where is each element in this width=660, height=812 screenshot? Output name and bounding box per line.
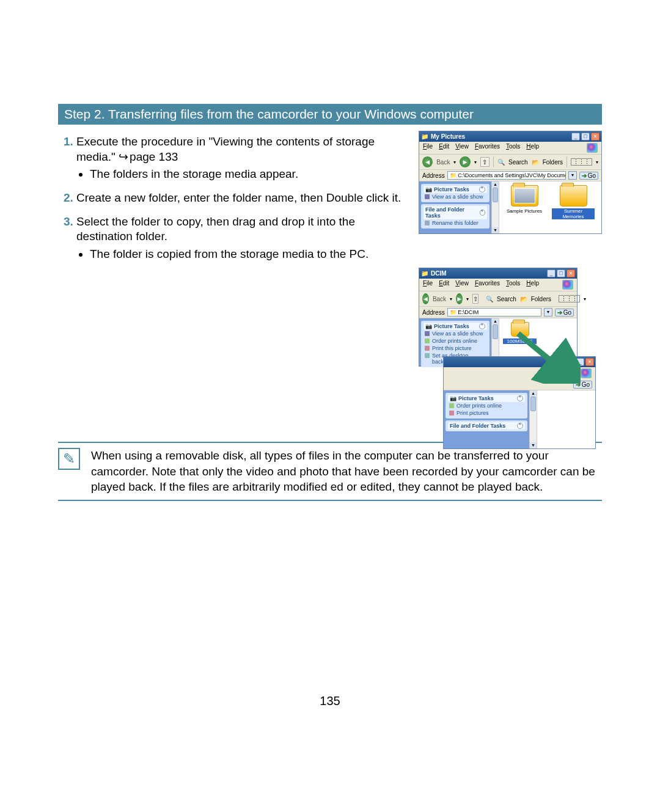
- search-icon: [497, 159, 505, 166]
- back-label: Back: [436, 159, 450, 166]
- file-folder-tasks-header[interactable]: File and Folder Tasks ˄: [448, 422, 525, 430]
- collapse-icon[interactable]: ˄: [479, 323, 485, 329]
- title-bar[interactable]: 📁 My Pictures _ □ ×: [419, 131, 601, 142]
- picture-tasks-header[interactable]: 📷Picture Tasks ˄: [424, 186, 487, 193]
- minimize-button[interactable]: _: [571, 133, 580, 141]
- rename-folder-link[interactable]: Rename this folder: [424, 219, 487, 227]
- search-button[interactable]: Search: [508, 159, 528, 166]
- address-input[interactable]: 📁 E:\DCIM: [447, 308, 541, 316]
- address-bar: Address 📁 C:\Documents and Settings\JVC\…: [419, 170, 601, 181]
- picture-tasks-header[interactable]: 📷Picture Tasks ˄: [424, 323, 487, 330]
- menu-favorites[interactable]: Favorites: [475, 280, 500, 290]
- folders-icon: [532, 159, 539, 166]
- tasks-side-panel: 📷Picture Tasks ˄ View as a slide show Fi…: [419, 181, 491, 233]
- search-button[interactable]: Search: [497, 296, 516, 302]
- window-title: DCIM: [431, 270, 544, 277]
- collapse-icon[interactable]: ˄: [517, 423, 523, 429]
- go-arrow-icon: ➔: [582, 172, 587, 179]
- minimize-button[interactable]: _: [576, 358, 584, 366]
- maximize-button[interactable]: □: [557, 269, 565, 277]
- minimize-button[interactable]: _: [547, 269, 556, 277]
- go-button[interactable]: ➔ Go: [573, 381, 592, 389]
- views-button[interactable]: ⋮⋮⋮: [559, 295, 580, 302]
- folders-button[interactable]: Folders: [543, 159, 563, 166]
- menu-edit[interactable]: Edit: [439, 143, 449, 153]
- up-button[interactable]: ⇧: [472, 294, 479, 304]
- menu-view[interactable]: View: [455, 280, 469, 290]
- up-button[interactable]: ⇧: [480, 157, 490, 167]
- menu-help[interactable]: Help: [526, 143, 539, 153]
- menu-view[interactable]: View: [455, 143, 469, 153]
- folder-icon: 📁: [421, 133, 428, 140]
- collapse-icon[interactable]: ˄: [517, 395, 523, 401]
- step-1: Execute the procedure in "Viewing the co…: [76, 134, 406, 182]
- toolbar: ◄ Back ▾ ► ▾ ⇧ Search Folders ⋮⋮⋮ ▾: [419, 154, 601, 170]
- step-2-text: Create a new folder, enter the folder na…: [76, 191, 401, 204]
- menu-favorites[interactable]: Favorites: [475, 143, 500, 153]
- folder-content-area[interactable]: ▲▼: [529, 390, 595, 448]
- folders-button[interactable]: Folders: [531, 296, 551, 302]
- forward-button[interactable]: ►: [460, 156, 470, 167]
- close-button[interactable]: ×: [566, 269, 575, 277]
- menu-edit[interactable]: Edit: [439, 280, 449, 290]
- title-bar[interactable]: 📁 DCIM _ □ ×: [419, 268, 577, 279]
- title-bar[interactable]: _ ×: [444, 357, 595, 367]
- print-pictures-link[interactable]: Print pictures: [448, 409, 525, 417]
- menu-file[interactable]: File: [423, 143, 433, 153]
- folder-icon: 📁: [421, 270, 428, 277]
- step-1-bullet-1: The folders in the storage media appear.: [90, 167, 406, 182]
- page-number: 135: [0, 694, 660, 708]
- picture-tasks-header[interactable]: 📷Picture Tasks ˄: [448, 395, 525, 402]
- menu-file[interactable]: File: [423, 280, 433, 290]
- address-dropdown[interactable]: ▾: [568, 171, 577, 180]
- back-button[interactable]: ◄: [422, 156, 433, 167]
- note-text: When using a removable disk, all types o…: [91, 448, 602, 495]
- go-arrow-icon: ➔: [576, 381, 581, 388]
- close-button[interactable]: ×: [585, 358, 594, 366]
- folder-icon: [511, 185, 538, 207]
- address-bar: Address 📁 E:\DCIM ▾ ➔ Go: [419, 307, 577, 318]
- order-prints-link[interactable]: Order prints online: [448, 402, 525, 409]
- vertical-scrollbar[interactable]: ▲▼: [492, 181, 499, 233]
- folder-icon: [511, 322, 529, 337]
- note-icon: ✎: [58, 448, 80, 470]
- views-button[interactable]: ⋮⋮⋮: [571, 158, 592, 166]
- print-picture-link[interactable]: Print this picture: [424, 345, 487, 352]
- address-input[interactable]: 📁 C:\Documents and Settings\JVC\My Docum…: [447, 171, 566, 180]
- back-label: Back: [433, 296, 446, 302]
- view-slideshow-link[interactable]: View as a slide show: [424, 330, 487, 337]
- maximize-button[interactable]: □: [581, 133, 590, 141]
- vertical-scrollbar[interactable]: ▲▼: [530, 390, 537, 448]
- go-button[interactable]: ➔ Go: [579, 172, 598, 180]
- windows-logo-icon: [562, 280, 573, 290]
- forward-button[interactable]: ►: [456, 293, 463, 304]
- folder-icon: [560, 185, 587, 207]
- folder-summer-memories[interactable]: Summer Memories: [552, 185, 595, 230]
- order-prints-link[interactable]: Order prints online: [424, 337, 487, 345]
- menu-bar: File Edit View Favorites Tools Help: [419, 279, 577, 291]
- folder-sample-pictures[interactable]: Sample Pictures: [503, 185, 546, 230]
- drag-drop-illustration: 📁 DCIM _ □ × File Edit View Favorites: [419, 268, 602, 408]
- back-button[interactable]: ◄: [422, 293, 429, 304]
- go-button[interactable]: ➔ Go: [555, 309, 574, 316]
- explorer-window-dcim: 📁 DCIM _ □ × File Edit View Favorites: [419, 268, 578, 367]
- explorer-window-mypictures: 📁 My Pictures _ □ × File Edit View Favor…: [419, 131, 602, 234]
- step-header: Step 2. Transferring files from the camc…: [58, 104, 602, 125]
- collapse-icon[interactable]: ˄: [479, 186, 485, 192]
- menu-tools[interactable]: Tools: [506, 143, 520, 153]
- close-button[interactable]: ×: [591, 133, 600, 141]
- folder-content-area[interactable]: ▲▼ Sample Pictures Summer Memories: [491, 181, 601, 233]
- address-bar: ➔ Go: [444, 379, 595, 390]
- step-3: Select the folder to copy, then drag and…: [76, 214, 406, 262]
- file-folder-tasks-header[interactable]: File and Folder Tasks ˄: [424, 206, 487, 219]
- collapse-icon[interactable]: ˄: [480, 210, 485, 216]
- step-2: Create a new folder, enter the folder na…: [76, 191, 406, 206]
- windows-logo-icon: [587, 143, 598, 153]
- menu-tools[interactable]: Tools: [506, 280, 520, 290]
- view-slideshow-link[interactable]: View as a slide show: [424, 193, 487, 200]
- menu-help[interactable]: Help: [526, 280, 539, 290]
- tasks-side-panel: 📷Picture Tasks ˄ Order prints online Pri…: [444, 390, 529, 448]
- go-arrow-icon: ➔: [557, 309, 562, 316]
- address-label: Address: [422, 309, 445, 316]
- address-dropdown[interactable]: ▾: [544, 308, 552, 316]
